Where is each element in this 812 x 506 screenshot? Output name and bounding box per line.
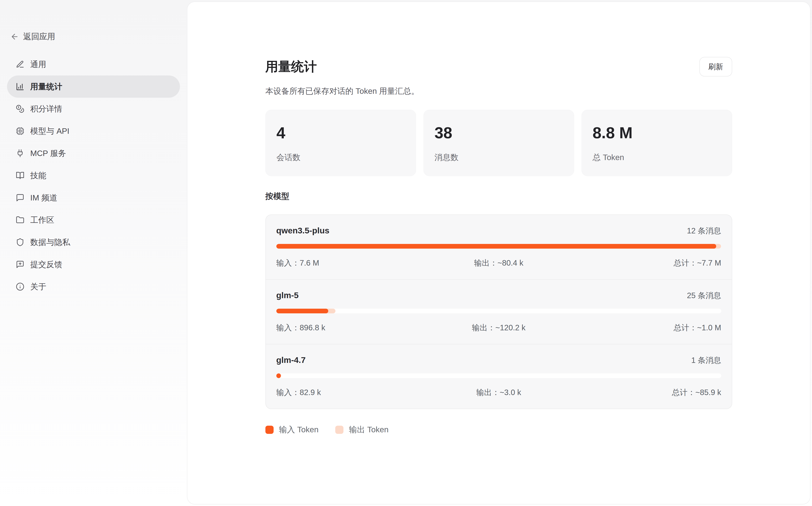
sidebar-item-label: 提交反馈 xyxy=(30,259,62,270)
back-to-app-button[interactable]: 返回应用 xyxy=(0,31,187,42)
sidebar-item-workspace[interactable]: 工作区 xyxy=(7,209,180,231)
book-open-icon xyxy=(16,171,24,180)
sidebar-item-usage-stats[interactable]: 用量统计 xyxy=(7,75,180,98)
model-usage-list: qwen3.5-plus 12 条消息 输入：7.6 M 输出：~80.4 k … xyxy=(266,215,732,409)
sidebar-item-skills[interactable]: 技能 xyxy=(7,164,180,187)
model-input-tokens: 输入：7.6 M xyxy=(276,258,425,268)
model-name: glm-5 xyxy=(276,290,299,300)
input-token-segment xyxy=(276,244,716,249)
legend-label: 输出 Token xyxy=(349,424,388,435)
output-token-swatch xyxy=(335,426,344,434)
sidebar-item-label: 用量统计 xyxy=(30,81,62,92)
sidebar-item-models-api[interactable]: 模型与 API xyxy=(7,120,180,142)
settings-panel: 用量统计 刷新 本设备所有已保存对话的 Token 用量汇总。 4 会话数 38… xyxy=(187,2,810,504)
model-input-tokens: 输入：896.8 k xyxy=(276,322,425,333)
sidebar-item-credits[interactable]: 积分详情 xyxy=(7,98,180,120)
cpu-icon xyxy=(16,127,24,135)
coins-icon xyxy=(16,104,24,113)
sidebar-item-label: 数据与隐私 xyxy=(30,237,70,248)
model-message-count: 25 条消息 xyxy=(687,290,721,301)
legend-item-input: 输入 Token xyxy=(266,424,319,435)
sidebar-item-label: 关于 xyxy=(30,281,46,292)
stat-value: 4 xyxy=(277,124,405,142)
usage-stats-page: 用量统计 刷新 本设备所有已保存对话的 Token 用量汇总。 4 会话数 38… xyxy=(266,2,732,458)
sidebar-item-about[interactable]: 关于 xyxy=(7,275,180,298)
sidebar-item-label: IM 频道 xyxy=(30,192,57,203)
info-icon xyxy=(16,282,24,291)
sidebar-item-data-privacy[interactable]: 数据与隐私 xyxy=(7,231,180,253)
by-model-heading: 按模型 xyxy=(266,191,732,201)
sidebar-item-label: 通用 xyxy=(30,59,46,70)
stat-label: 消息数 xyxy=(435,152,563,163)
sidebar-item-mcp[interactable]: MCP 服务 xyxy=(7,142,180,164)
summary-cards: 4 会话数 38 消息数 8.8 M 总 Token xyxy=(266,110,732,176)
model-output-tokens: 输出：~80.4 k xyxy=(425,258,573,268)
sidebar-item-feedback[interactable]: 提交反馈 xyxy=(7,253,180,275)
model-output-tokens: 输出：~3.0 k xyxy=(425,387,573,398)
model-message-count: 12 条消息 xyxy=(687,226,721,236)
message-square-icon xyxy=(16,193,24,202)
model-total-tokens: 总计：~85.9 k xyxy=(573,387,721,398)
sidebar-item-im-channels[interactable]: IM 频道 xyxy=(7,187,180,209)
stat-label: 会话数 xyxy=(277,152,405,163)
app-window: 返回应用 通用 用量统计 积分详情 模型与 API MCP 服务 xyxy=(0,0,812,506)
sidebar-item-general[interactable]: 通用 xyxy=(7,53,180,75)
sidebar-item-label: MCP 服务 xyxy=(30,148,66,159)
chart-column-icon xyxy=(16,82,24,91)
model-row: glm-5 25 条消息 输入：896.8 k 输出：~120.2 k 总计：~… xyxy=(266,279,732,344)
input-token-segment xyxy=(276,309,328,313)
stat-value: 38 xyxy=(435,124,563,142)
stat-card-messages: 38 消息数 xyxy=(424,110,574,176)
model-output-tokens: 输出：~120.2 k xyxy=(425,322,573,333)
model-message-count: 1 条消息 xyxy=(691,355,721,365)
stat-card-sessions: 4 会话数 xyxy=(266,110,416,176)
model-name: qwen3.5-plus xyxy=(276,226,329,235)
model-total-tokens: 总计：~1.0 M xyxy=(573,322,721,333)
model-total-tokens: 总计：~7.7 M xyxy=(573,258,721,268)
sidebar-item-label: 工作区 xyxy=(30,215,54,226)
usage-bar xyxy=(276,244,721,249)
legend-label: 输入 Token xyxy=(279,424,319,435)
input-token-swatch xyxy=(266,426,274,434)
usage-bar xyxy=(276,309,721,313)
page-title: 用量统计 xyxy=(266,58,317,75)
token-legend: 输入 Token 输出 Token xyxy=(266,424,732,458)
stat-card-total-tokens: 8.8 M 总 Token xyxy=(582,110,732,176)
shield-icon xyxy=(16,238,24,246)
plug-icon xyxy=(16,149,24,158)
sidebar-item-label: 积分详情 xyxy=(30,103,62,114)
sidebar-item-label: 技能 xyxy=(30,170,46,181)
usage-bar xyxy=(276,373,721,378)
sidebar-item-label: 模型与 API xyxy=(30,126,69,137)
stat-label: 总 Token xyxy=(593,152,721,163)
pen-line-icon xyxy=(16,60,24,69)
refresh-button[interactable]: 刷新 xyxy=(699,57,732,76)
model-name: glm-4.7 xyxy=(276,355,306,365)
model-row: glm-4.7 1 条消息 输入：82.9 k 输出：~3.0 k 总计：~85… xyxy=(266,344,732,409)
back-label: 返回应用 xyxy=(23,31,55,42)
input-token-segment xyxy=(276,373,281,378)
stat-value: 8.8 M xyxy=(593,124,721,142)
settings-sidebar: 返回应用 通用 用量统计 积分详情 模型与 API MCP 服务 xyxy=(0,0,187,506)
arrow-left-icon xyxy=(10,32,19,41)
page-subtitle: 本设备所有已保存对话的 Token 用量汇总。 xyxy=(266,86,732,96)
legend-item-output: 输出 Token xyxy=(335,424,388,435)
model-input-tokens: 输入：82.9 k xyxy=(276,387,425,398)
sidebar-menu: 通用 用量统计 积分详情 模型与 API MCP 服务 技能 xyxy=(0,53,187,298)
folder-icon xyxy=(16,216,24,224)
message-square-plus-icon xyxy=(16,260,24,269)
model-row: qwen3.5-plus 12 条消息 输入：7.6 M 输出：~80.4 k … xyxy=(266,215,732,279)
